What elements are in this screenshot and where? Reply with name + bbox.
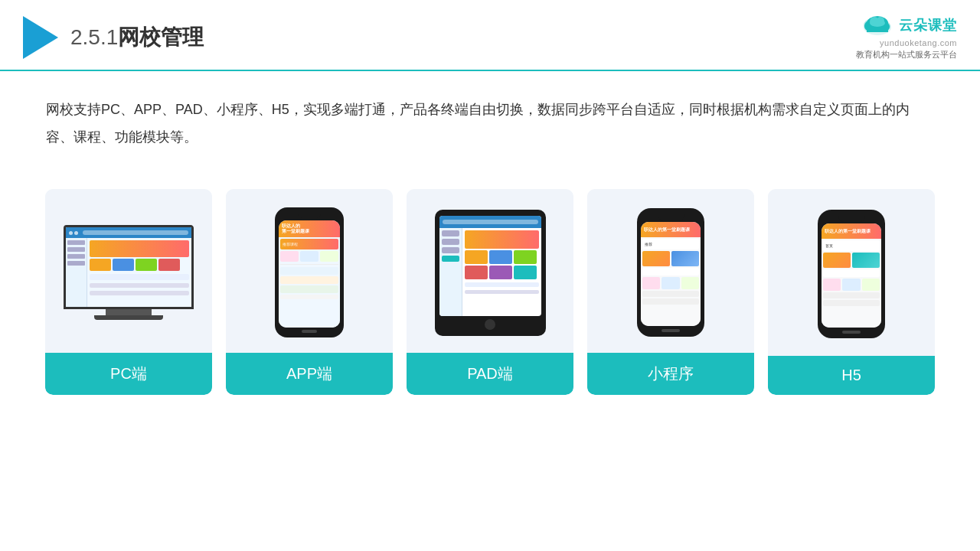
logo-triangle-icon bbox=[23, 16, 58, 59]
cards-container: PC端 职达人的第一堂刷题课 推荐课程 bbox=[0, 174, 980, 410]
card-app-image: 职达人的第一堂刷题课 推荐课程 bbox=[226, 189, 393, 353]
brand-name: 云朵课堂 bbox=[899, 16, 957, 34]
card-pc: PC端 bbox=[45, 189, 212, 395]
brand-cloud: 云朵课堂 bbox=[861, 14, 957, 37]
card-pad-image bbox=[407, 189, 573, 353]
card-pad: PAD端 bbox=[407, 189, 573, 395]
brand-logo: 云朵课堂 yunduoketang.com 教育机构一站式服务云平台 bbox=[856, 14, 957, 60]
card-h5: 职达人的第一堂刷题课 首页 bbox=[768, 189, 935, 395]
card-pc-image bbox=[45, 189, 212, 353]
phone-mock-app: 职达人的第一堂刷题课 推荐课程 bbox=[275, 207, 344, 337]
card-app: 职达人的第一堂刷题课 推荐课程 bbox=[226, 189, 393, 395]
header: 2.5.1网校管理 云朵课堂 yunduoketang.com 教育机构一站式服… bbox=[0, 0, 980, 71]
tablet-mock-pad bbox=[435, 210, 546, 336]
brand-slogan: 教育机构一站式服务云平台 bbox=[856, 49, 957, 60]
card-pc-label: PC端 bbox=[45, 353, 212, 395]
cloud-icon bbox=[861, 14, 894, 37]
svg-point-9 bbox=[870, 19, 885, 27]
svg-rect-6 bbox=[867, 26, 888, 32]
page-title: 2.5.1网校管理 bbox=[70, 23, 204, 52]
card-pad-label: PAD端 bbox=[407, 353, 573, 395]
card-h5-label: H5 bbox=[768, 356, 935, 395]
card-miniprogram: 职达人的第一堂刷题课 推荐 bbox=[587, 189, 754, 395]
header-left: 2.5.1网校管理 bbox=[23, 16, 204, 59]
brand-url: yunduoketang.com bbox=[880, 38, 957, 47]
card-miniprogram-label: 小程序 bbox=[587, 353, 754, 395]
description-text: 网校支持PC、APP、PAD、小程序、H5，实现多端打通，产品各终端自由切换，数… bbox=[0, 71, 980, 166]
pc-monitor-icon bbox=[64, 225, 194, 320]
phone-mock-miniprogram: 职达人的第一堂刷题课 推荐 bbox=[637, 208, 704, 337]
phone-mock-h5: 职达人的第一堂刷题课 首页 bbox=[818, 210, 885, 338]
card-h5-image: 职达人的第一堂刷题课 首页 bbox=[768, 189, 935, 356]
card-app-label: APP端 bbox=[226, 353, 393, 395]
card-miniprogram-image: 职达人的第一堂刷题课 推荐 bbox=[587, 189, 754, 353]
